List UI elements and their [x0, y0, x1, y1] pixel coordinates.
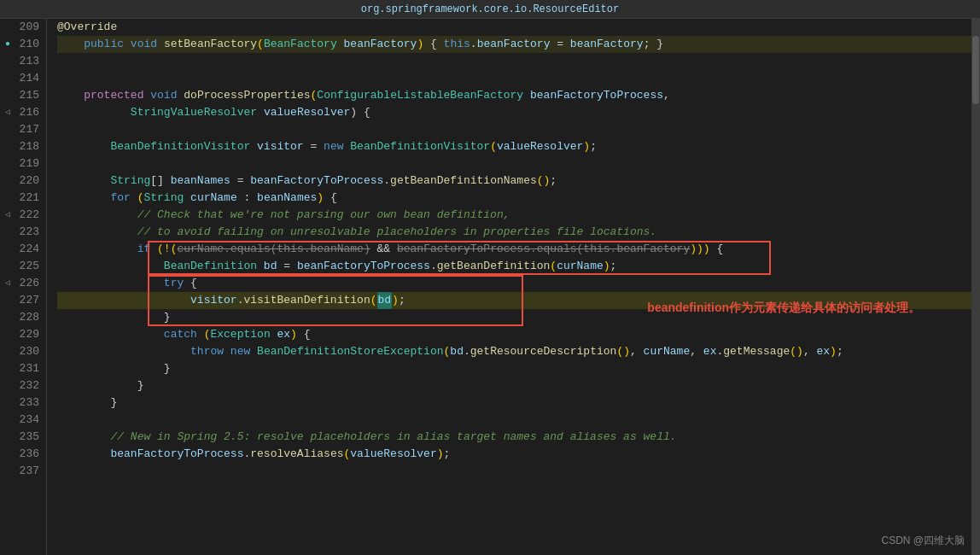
code-line-235: // New in Spring 2.5: resolve placeholde…: [57, 429, 971, 446]
ln-228: 228: [7, 309, 39, 326]
file-path: org.springframework.core.io.ResourceEdit…: [361, 3, 619, 15]
code-content[interactable]: @Override public void setBeanFactory ( B…: [47, 19, 971, 555]
code-line-222: // Check that we're not parsing our own …: [57, 207, 971, 224]
code-area[interactable]: 209 ● 210 213 214 215 ◁ 216 217 218 219 …: [0, 19, 980, 555]
ln-210: ● 210: [7, 36, 39, 53]
code-line-229: catch ( Exception ex ) {: [57, 326, 971, 343]
code-line-214: [57, 70, 971, 87]
scrollbar[interactable]: [971, 19, 980, 555]
code-line-210: public void setBeanFactory ( BeanFactory…: [57, 36, 971, 53]
code-line-219: [57, 155, 971, 172]
editor-container: org.springframework.core.io.ResourceEdit…: [0, 0, 980, 555]
ln-236: 236: [7, 446, 39, 463]
code-line-233: }: [57, 394, 971, 412]
code-line-217: [57, 121, 971, 138]
code-line-230: throw new BeanDefinitionStoreException (…: [57, 343, 971, 360]
code-line-215: protected void doProcessProperties ( Con…: [57, 87, 971, 104]
watermark: CSDN @四维大脑: [881, 534, 965, 548]
scrollbar-thumb[interactable]: [972, 36, 979, 104]
ln-226: ◁ 226: [7, 275, 39, 292]
ln-223: 223: [7, 224, 39, 241]
code-line-223: // to avoid failing on unresolvable plac…: [57, 224, 971, 241]
code-line-237: [57, 463, 971, 480]
ln-213: 213: [7, 53, 39, 70]
ln-219: 219: [7, 155, 39, 172]
code-line-220: String [] beanNames = beanFactoryToProce…: [57, 172, 971, 190]
ln-214: 214: [7, 70, 39, 87]
ln-218: 218: [7, 138, 39, 155]
ln-216: ◁ 216: [7, 104, 39, 121]
code-line-225: BeanDefinition bd = beanFactoryToProcess…: [57, 258, 971, 275]
ln-233: 233: [7, 394, 39, 412]
top-bar: org.springframework.core.io.ResourceEdit…: [0, 0, 980, 19]
annotation-text: beandefinition作为元素传递给具体的访问者处理。: [647, 299, 920, 316]
ln-237: 237: [7, 463, 39, 480]
line-numbers: 209 ● 210 213 214 215 ◁ 216 217 218 219 …: [0, 19, 47, 555]
ln-209: 209: [7, 19, 39, 36]
code-line-213: [57, 53, 971, 70]
ln-230: 230: [7, 343, 39, 360]
annotation-override: @Override: [57, 19, 117, 36]
ln-229: 229: [7, 326, 39, 343]
ln-227: 227: [7, 292, 39, 309]
code-line-221: for ( String curName : beanNames ) {: [57, 190, 971, 207]
ln-231: 231: [7, 360, 39, 377]
ln-224: 224: [7, 241, 39, 258]
ln-220: 220: [7, 172, 39, 190]
code-line-234: [57, 412, 971, 429]
code-line-216: StringValueResolver valueResolver ) {: [57, 104, 971, 121]
code-line-224: if (! ( curName.equals(this.beanName) &&…: [57, 241, 971, 258]
code-line-226: try {: [57, 275, 971, 292]
ln-232: 232: [7, 377, 39, 394]
ln-215: 215: [7, 87, 39, 104]
ln-221: 221: [7, 190, 39, 207]
code-line-231: }: [57, 360, 971, 377]
ln-225: 225: [7, 258, 39, 275]
ln-222: ◁ 222: [7, 207, 39, 224]
ln-217: 217: [7, 121, 39, 138]
code-line-209: @Override: [57, 19, 971, 36]
code-line-218: BeanDefinitionVisitor visitor = new Bean…: [57, 138, 971, 155]
code-line-236: beanFactoryToProcess . resolveAliases ( …: [57, 446, 971, 463]
ln-235: 235: [7, 429, 39, 446]
code-line-232: }: [57, 377, 971, 394]
ln-234: 234: [7, 412, 39, 429]
